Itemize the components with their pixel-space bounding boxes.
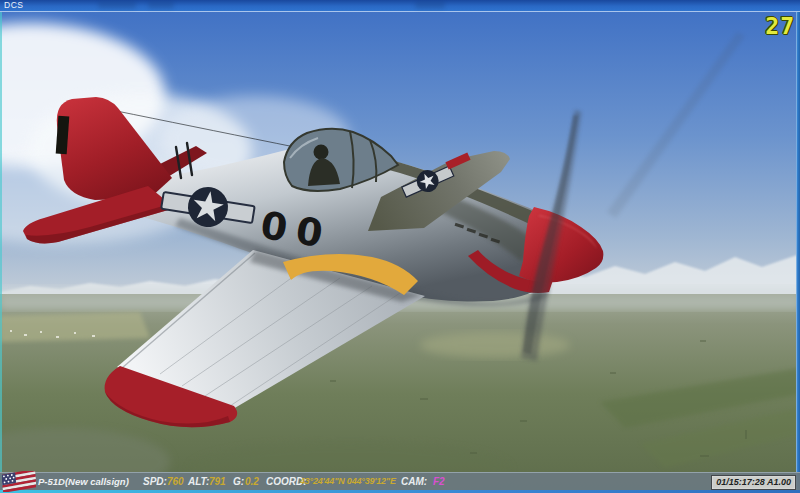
sim-clock: 01/15:17:28 A1.00: [711, 475, 796, 490]
dcs-window: 00 DCS 2: [0, 0, 800, 493]
cam-value: F2: [433, 473, 445, 490]
g-value: 0.2: [245, 473, 259, 490]
coord-value: 43°24'44"N 044°39'12"E: [300, 473, 396, 490]
titlebar-artifact: [98, 2, 136, 9]
cam-label: CAM:: [401, 473, 427, 490]
spd-value: 760: [167, 473, 184, 490]
window-border-left: [0, 12, 2, 490]
title-bar[interactable]: DCS: [0, 0, 800, 12]
spd-label: SPD:: [143, 473, 167, 490]
game-viewport[interactable]: 00: [0, 0, 800, 493]
alt-value: 791: [209, 473, 226, 490]
fps-counter: 27: [765, 15, 795, 37]
titlebar-artifact: [148, 2, 174, 9]
window-title: DCS: [4, 0, 23, 11]
window-border-right: [796, 12, 800, 490]
status-bar: P-51D(New callsign) SPD: 760 ALT: 791 G:…: [0, 472, 800, 490]
titlebar-artifact: [415, 2, 445, 9]
us-flag-icon: [2, 471, 36, 492]
aircraft-name: P-51D(New callsign): [38, 473, 129, 490]
pilot: [314, 145, 329, 160]
g-label: G:: [233, 473, 244, 490]
alt-label: ALT:: [188, 473, 209, 490]
